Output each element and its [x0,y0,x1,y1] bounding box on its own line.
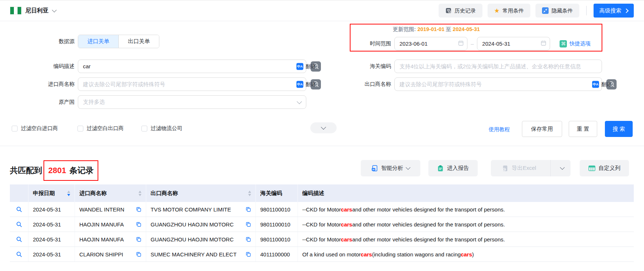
collapse-icon [542,7,549,14]
results-title: 共匹配到 2801 条记录 [10,160,98,181]
chevron-right-icon [624,8,629,13]
divider [586,6,587,15]
origin-row: 原产国 支持多选 [0,95,306,109]
filter-logistics-checkbox[interactable]: 过滤物流公司 [141,125,182,132]
export-excel-button[interactable]: 导出Excel [491,160,547,176]
table-row: 2024-05-31HAOJIN MANUFAGUANGZHOU HAOJIN … [10,232,634,247]
header-declare-date: 申报日期 [29,184,75,202]
exporter-input[interactable] [394,77,602,91]
chevron-down-icon [52,8,57,12]
row-detail-button[interactable] [10,232,29,247]
hs-code-label: 海关编码 [322,63,391,70]
nigeria-flag-icon [10,7,21,14]
advanced-search-label: 高级搜索 [599,7,621,14]
search-button[interactable]: 搜 索 [605,121,633,137]
hide-filters-button[interactable]: 隐藏条件 [535,4,579,18]
row-detail-button[interactable] [10,247,29,262]
row-hs-code: 9801100010 [256,217,298,232]
country-selector[interactable]: 尼日利亚 [10,7,56,15]
header-exporter: 出口商名称 [146,184,256,202]
origin-select[interactable]: 支持多选 [78,95,306,109]
hide-filters-label: 隐藏条件 [552,7,573,14]
history-button[interactable]: 历史记录 [439,4,482,18]
sort-control[interactable] [64,191,70,196]
enter-report-button[interactable]: 进入报告 [428,160,478,176]
date-start-value: 2023-06-01 [399,41,428,47]
sort-control[interactable] [135,191,141,196]
checkbox-icon [77,126,83,131]
quick-options-button[interactable]: ⌘ 快捷选项 [560,40,591,47]
match-count: 2801 [48,166,66,175]
filter-blank-exporter-checkbox[interactable]: 过滤空白出口商 [77,125,124,132]
importer-input[interactable] [78,77,306,91]
translate-label: 翻译 [601,81,612,88]
table-row: 2024-05-31HAOJIN MANUFAGUANGZHOU HAOJIN … [10,217,634,232]
copy-icon[interactable] [243,222,251,227]
table-columns-icon [588,165,595,171]
date-end-input[interactable]: 2024-05-31 [477,37,550,50]
annotation-box-count: 2801 条记录 [43,160,98,181]
divider [550,160,551,176]
code-desc-label: 编码描述 [0,63,75,70]
update-range-note: 更新范围: 2019-01-01 至 2024-05-31 [393,26,480,33]
checkbox-icon [141,126,147,131]
save-common-button[interactable]: 保存常用 [522,121,562,137]
translate-button[interactable]: 中A 翻译 [296,63,316,70]
row-search-icon [16,206,22,213]
sort-control[interactable] [245,191,251,196]
translate-button[interactable]: 中A 翻译 [592,81,612,88]
row-exporter: GUANGZHOU HAOJIN MOTORC [146,232,256,247]
ai-analysis-button[interactable]: BI 智能分析 [361,160,420,176]
export-options-button[interactable] [554,160,571,176]
copy-icon[interactable] [133,237,141,242]
filter-blank-importer-label: 过滤空白进口商 [21,125,58,132]
hs-code-input[interactable] [394,60,602,73]
history-label: 历史记录 [455,7,476,14]
translate-icon: 中A [296,63,303,70]
export-excel-group: 导出Excel [491,160,571,176]
custom-columns-label: 自定义列 [599,165,621,172]
advanced-search-button[interactable]: 高级搜索 [594,4,634,18]
time-range-row: 时间范围 2023-06-01 – 2024-05-31 ⌘ 快捷选项 [322,37,591,50]
country-name: 尼日利亚 [25,7,49,15]
tab-import-declarations[interactable]: 进口关单 [78,35,118,48]
checkbox-icon [12,126,18,131]
update-range-label: 更新范围: [393,26,416,32]
favorites-button[interactable]: ★ 常用条件 [488,4,530,18]
tab-export-declarations[interactable]: 出口关单 [118,35,159,48]
copy-icon[interactable] [243,207,251,212]
row-code-desc: --CKD for Motor cars and other motor veh… [298,202,634,217]
filter-blank-exporter-label: 过滤空白出口商 [87,125,124,132]
copy-icon[interactable] [133,207,141,212]
row-search-icon [16,251,22,257]
tutorial-link[interactable]: 使用教程 [489,126,510,133]
copy-icon[interactable] [243,237,251,242]
update-range-end: 2024-05-31 [453,26,480,32]
reset-button[interactable]: 重 置 [569,121,597,137]
copy-icon[interactable] [243,252,251,257]
bi-report-icon: BI [371,165,378,172]
row-detail-button[interactable] [10,202,29,217]
top-bar: 尼日利亚 历史记录 ★ 常用条件 隐藏条件 高级搜索 [0,0,644,21]
translate-button[interactable]: 中A 翻译 [296,81,316,88]
header-hs-code: 海关编码 [256,184,298,202]
match-prefix: 共匹配到 [10,165,42,176]
row-detail-button[interactable] [10,217,29,232]
collapse-form-button[interactable] [310,122,337,133]
filter-blank-importer-checkbox[interactable]: 过滤空白进口商 [12,125,58,132]
date-start-input[interactable]: 2023-06-01 [394,37,467,50]
code-desc-input[interactable] [78,60,306,73]
match-suffix: 条记录 [69,165,94,176]
table-row: 2024-05-31WANDEL INTERNTVS MOTOR COMPANY… [10,202,634,217]
copy-icon[interactable] [133,252,141,257]
chevron-down-icon [297,99,302,104]
header-code-desc: 编码描述 [298,184,634,202]
copy-icon[interactable] [133,222,141,227]
chevron-down-icon [406,165,410,170]
table-header-row: 申报日期 进口商名称 出口商名称 海关编码 编码描述 [10,184,634,202]
data-source-tabs: 进口关单 出口关单 [78,35,159,48]
custom-columns-button[interactable]: 自定义列 [580,160,629,176]
importer-label: 进口商名称 [0,81,75,88]
favorites-label: 常用条件 [503,7,524,14]
update-range-start: 2019-01-01 [417,26,444,32]
